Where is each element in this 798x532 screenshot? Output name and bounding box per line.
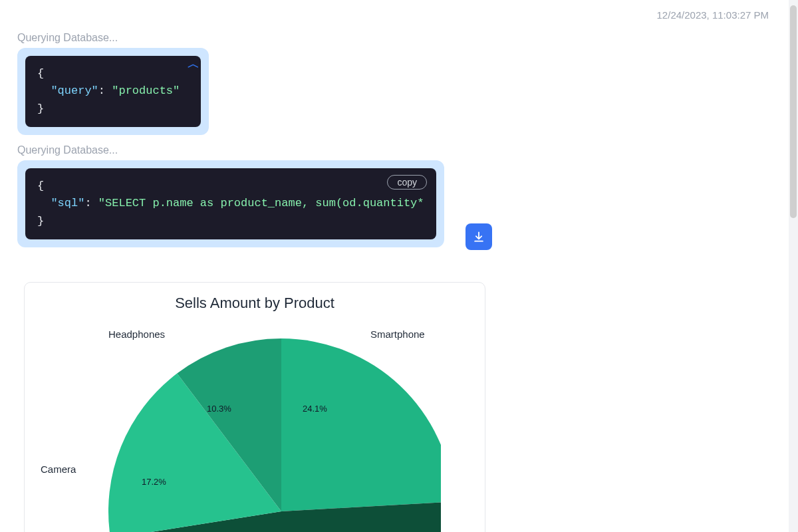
code-block-query: ︿ { "query": "products" } — [17, 48, 209, 135]
pie-svg — [68, 319, 441, 532]
scrollbar-track[interactable] — [789, 0, 798, 532]
colon: : — [98, 84, 112, 97]
brace-open: { — [37, 180, 44, 192]
code-content-query: { "query": "products" } — [25, 56, 201, 127]
json-key: "sql" — [51, 197, 84, 209]
chart-title: Sells Amount by Product — [38, 295, 471, 312]
pct-smartphone: 24.1% — [303, 404, 327, 414]
chart-card: Sells Amount by Product Smartphone Headp… — [24, 282, 485, 532]
brace-close: } — [37, 102, 44, 115]
copy-button[interactable]: copy — [387, 175, 427, 190]
status-querying-2: Querying Database... — [17, 144, 798, 156]
code-block-sql: copy { "sql": "SELECT p.name as product_… — [17, 160, 444, 247]
colon: : — [84, 197, 98, 209]
label-smartphone: Smartphone — [370, 329, 425, 340]
pie-chart: Smartphone Headphones Camera 24.1% 10.3%… — [38, 319, 471, 532]
download-button[interactable] — [466, 223, 492, 250]
json-value: "products" — [112, 84, 180, 97]
scrollbar-thumb[interactable] — [790, 5, 797, 218]
json-value: "SELECT p.name as product_name, sum(od.q… — [98, 197, 424, 209]
pct-headphones: 10.3% — [207, 404, 231, 414]
status-querying-1: Querying Database... — [17, 32, 798, 44]
timestamp: 12/24/2023, 11:03:27 PM — [657, 9, 769, 21]
brace-close: } — [37, 215, 44, 227]
download-icon — [472, 230, 485, 243]
pie-slice — [281, 338, 441, 511]
json-key: "query" — [51, 84, 98, 97]
label-headphones: Headphones — [108, 329, 165, 340]
chevron-up-icon[interactable]: ︿ — [188, 56, 200, 72]
brace-open: { — [37, 67, 44, 80]
label-camera: Camera — [41, 464, 76, 475]
code-content-sql: { "sql": "SELECT p.name as product_name,… — [25, 168, 436, 239]
pct-camera: 17.2% — [142, 477, 166, 487]
